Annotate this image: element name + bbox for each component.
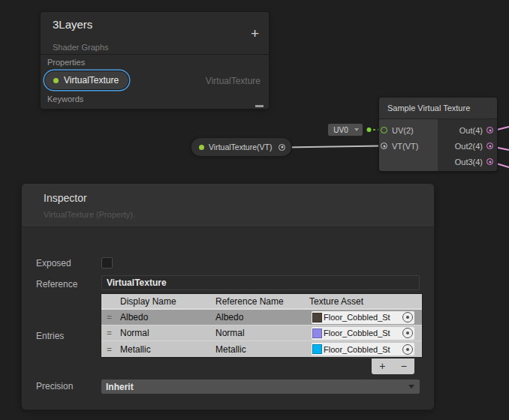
blackboard-resize-handle[interactable] <box>255 105 264 107</box>
wire-vt <box>285 146 381 148</box>
column-header-reference-name: Reference Name <box>215 296 309 307</box>
blackboard-subtitle: Shader Graphs <box>53 43 109 52</box>
output-row-out3: Out3(4) <box>438 154 497 170</box>
object-picker-icon[interactable] <box>402 328 413 338</box>
display-name-cell: Metallic <box>120 344 215 355</box>
keywords-section-label: Keywords <box>47 94 83 104</box>
input-port-label: VT(VT) <box>392 142 418 151</box>
node-title: Sample Virtual Texture <box>379 98 497 119</box>
display-name-cell: Normal <box>120 328 215 338</box>
property-pill-label: VirtualTexture <box>64 75 119 86</box>
inspector-panel: Inspector VirtualTexture (Property). Exp… <box>22 184 434 410</box>
list-remove-button[interactable]: − <box>393 358 415 374</box>
texture-asset-name: Floor_Cobbled_St <box>324 328 402 338</box>
input-port-label: UV(2) <box>392 126 414 135</box>
exposed-checkbox[interactable] <box>101 257 113 268</box>
texture-asset-field[interactable]: Floor_Cobbled_St <box>312 311 414 324</box>
display-name-cell: Albedo <box>120 312 215 322</box>
texture-swatch <box>312 313 322 322</box>
property-color-dot-icon <box>199 145 204 150</box>
add-property-button[interactable]: + <box>251 26 259 40</box>
uv-default-dot <box>367 128 372 132</box>
node-input-section: UV(2) VT(VT) <box>379 119 438 171</box>
drag-handle-icon[interactable]: = <box>101 328 120 338</box>
reference-name-cell: Metallic <box>215 344 309 355</box>
input-row-uv: UV(2) <box>379 122 438 138</box>
precision-value: Inherit <box>106 382 408 392</box>
entries-table-header: Display Name Reference Name Texture Asse… <box>101 294 422 308</box>
property-color-dot-icon <box>53 78 59 83</box>
table-row-albedo[interactable]: = Albedo Albedo Floor_Cobbled_St <box>101 310 422 326</box>
property-pill-virtualtexture[interactable]: VirtualTexture <box>45 71 128 89</box>
list-add-button[interactable]: + <box>372 358 393 374</box>
texture-asset-field[interactable]: Floor_Cobbled_St <box>312 327 414 340</box>
entries-table: Display Name Reference Name Texture Asse… <box>101 294 422 357</box>
table-row-metallic[interactable]: = Metallic Metallic Floor_Cobbled_St <box>101 341 422 357</box>
inspector-body: Exposed Reference Entries Display Name R… <box>22 227 434 410</box>
exposed-label: Exposed <box>36 258 71 268</box>
texture-asset-name: Floor_Cobbled_St <box>324 345 402 354</box>
properties-section-label: Properties <box>47 58 85 67</box>
output-port-out[interactable] <box>486 127 493 134</box>
property-node-label: VirtualTexture(VT) <box>209 142 272 152</box>
column-header-texture-asset: Texture Asset <box>309 296 422 307</box>
entries-list-toolbar: + − <box>372 358 414 374</box>
output-row-out: Out(4) <box>438 122 497 138</box>
virtualtexture-property-node[interactable]: VirtualTexture(VT) <box>191 138 291 156</box>
uv-channel-dropdown[interactable]: UV0 <box>328 124 363 136</box>
reference-name-cell: Normal <box>215 328 309 338</box>
object-picker-icon[interactable] <box>402 312 413 322</box>
reference-input[interactable] <box>101 275 420 290</box>
dropdown-arrow-icon <box>408 385 414 388</box>
chevron-down-icon <box>354 128 359 131</box>
output-port-label: Out2(4) <box>455 142 483 151</box>
object-picker-icon[interactable] <box>402 344 413 355</box>
inspector-header: Inspector VirtualTexture (Property). <box>22 184 434 227</box>
texture-asset-name: Floor_Cobbled_St <box>324 313 402 322</box>
texture-asset-field[interactable]: Floor_Cobbled_St <box>312 343 414 356</box>
entries-label: Entries <box>36 331 64 341</box>
blackboard-divider <box>41 54 269 55</box>
table-row-normal[interactable]: = Normal Normal Floor_Cobbled_St <box>101 326 422 341</box>
precision-dropdown[interactable]: Inherit <box>101 380 420 394</box>
property-type-label: VirtualTexture <box>206 76 261 86</box>
reference-label: Reference <box>36 279 77 290</box>
output-port-label: Out(4) <box>459 126 483 135</box>
texture-swatch <box>312 344 322 354</box>
drag-handle-icon[interactable]: = <box>101 312 120 322</box>
precision-label: Precision <box>36 381 73 392</box>
input-port-uv[interactable] <box>381 127 387 134</box>
output-port-out3[interactable] <box>486 158 493 165</box>
column-header-display-name: Display Name <box>101 296 215 307</box>
property-node-output-port[interactable] <box>279 144 285 151</box>
blackboard-title: 3Layers <box>53 18 92 31</box>
input-port-vt[interactable] <box>381 142 387 149</box>
drag-handle-icon[interactable]: = <box>101 344 120 355</box>
input-row-vt: VT(VT) <box>379 138 438 154</box>
texture-swatch <box>312 328 322 338</box>
inspector-title: Inspector <box>44 192 434 204</box>
sample-virtual-texture-node[interactable]: Sample Virtual Texture UV(2) VT(VT) Out(… <box>379 98 497 171</box>
output-port-out2[interactable] <box>486 142 493 149</box>
reference-name-cell: Albedo <box>215 312 309 322</box>
output-port-label: Out3(4) <box>455 158 483 166</box>
uv-channel-value: UV0 <box>332 126 350 134</box>
blackboard-panel: 3Layers + Shader Graphs Properties Virtu… <box>41 12 269 109</box>
inspector-subtitle: VirtualTexture (Property). <box>44 210 434 219</box>
output-row-out2: Out2(4) <box>438 138 497 154</box>
node-output-section: Out(4) Out2(4) Out3(4) <box>438 119 497 171</box>
